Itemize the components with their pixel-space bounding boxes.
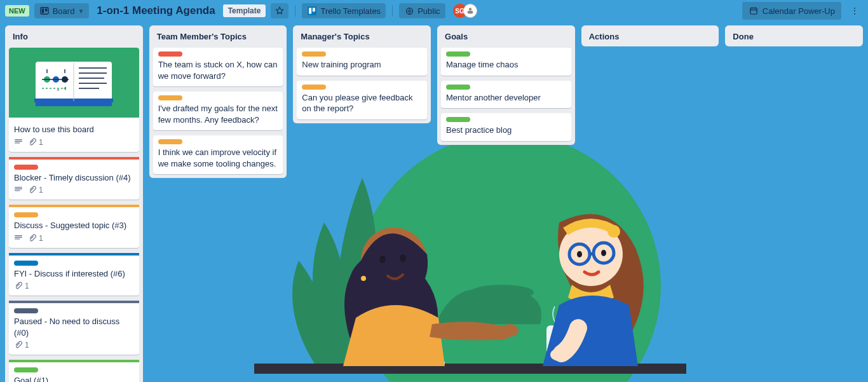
list-title[interactable]: Team Member's Topics bbox=[153, 31, 283, 43]
svg-rect-3 bbox=[308, 6, 316, 15]
card-label[interactable] bbox=[14, 212, 38, 217]
card[interactable]: I think we can improve velocity if we ma… bbox=[153, 135, 283, 174]
card[interactable]: New training program bbox=[297, 48, 427, 76]
card-title: Can you please give feedback on the repo… bbox=[302, 92, 422, 114]
card-top-stripe bbox=[9, 253, 139, 256]
card-badges: 1 bbox=[14, 138, 134, 147]
visibility-label: Public bbox=[417, 6, 440, 16]
card-top-stripe bbox=[9, 301, 139, 303]
card-cover: x bbox=[9, 48, 139, 118]
list-title[interactable]: Actions bbox=[585, 31, 715, 43]
card-label[interactable] bbox=[158, 139, 182, 144]
card[interactable]: Discuss - Suggested topic (#3)1 bbox=[9, 205, 139, 248]
attachment-badge: 1 bbox=[14, 341, 29, 350]
card-badges: 1 bbox=[14, 341, 134, 350]
card-title: Best practice blog bbox=[446, 125, 566, 136]
card[interactable]: The team is stuck on X, how can we move … bbox=[153, 48, 283, 86]
card-title: I've drafted my goals for the next few m… bbox=[158, 103, 278, 125]
card[interactable]: Goal (#1)1 bbox=[9, 360, 139, 382]
card-label[interactable] bbox=[446, 51, 470, 57]
star-icon bbox=[275, 6, 285, 16]
card[interactable]: Can you please give feedback on the repo… bbox=[297, 81, 427, 119]
card-label[interactable] bbox=[158, 95, 182, 100]
card[interactable]: Manage time chaos bbox=[441, 48, 571, 76]
card-title: Discuss - Suggested topic (#3) bbox=[14, 220, 134, 231]
card-title: Goal (#1) bbox=[14, 375, 134, 382]
avatar-bot[interactable] bbox=[463, 4, 477, 18]
chevron-down-icon: ▼ bbox=[78, 8, 84, 15]
card-title: Mentor another developer bbox=[446, 92, 566, 104]
list-title[interactable]: Manager's Topics bbox=[297, 31, 427, 43]
trello-templates-link[interactable]: Trello Templates bbox=[302, 3, 386, 18]
attachment-badge: 1 bbox=[28, 138, 43, 147]
svg-rect-5 bbox=[313, 8, 315, 11]
svg-rect-2 bbox=[45, 9, 48, 11]
board-icon bbox=[39, 6, 50, 16]
card-top-stripe bbox=[9, 157, 139, 160]
card[interactable]: Mentor another developer bbox=[441, 81, 571, 109]
card-badges: 1 bbox=[14, 186, 134, 194]
list[interactable]: Manager's TopicsNew training programCan … bbox=[293, 25, 431, 123]
card-title: FYI - Discuss if interested (#6) bbox=[14, 268, 134, 280]
card[interactable]: FYI - Discuss if interested (#6)1 bbox=[9, 253, 139, 296]
description-icon bbox=[14, 186, 23, 194]
template-badge[interactable]: Template bbox=[223, 4, 266, 17]
card-title: The team is stuck on X, how can we move … bbox=[158, 59, 278, 81]
divider bbox=[392, 5, 393, 17]
card[interactable]: xHow to use this board1 bbox=[9, 48, 139, 152]
card[interactable]: Blocker - Timely discussion (#4)1 bbox=[9, 157, 139, 200]
list-title[interactable]: Done bbox=[729, 31, 859, 43]
card-label[interactable] bbox=[446, 117, 470, 122]
calendar-label: Calendar Power-Up bbox=[763, 6, 835, 16]
svg-rect-4 bbox=[309, 8, 312, 14]
card-title: I think we can improve velocity if we ma… bbox=[158, 147, 278, 169]
list[interactable]: Actions bbox=[581, 25, 719, 46]
card-badges: 1 bbox=[14, 282, 134, 290]
list-title[interactable]: Info bbox=[9, 31, 139, 43]
board-view-switcher[interactable]: Board ▼ bbox=[34, 3, 90, 18]
board-canvas: InfoxHow to use this board1Blocker - Tim… bbox=[0, 22, 868, 382]
list[interactable]: GoalsManage time chaosMentor another dev… bbox=[437, 25, 575, 145]
svg-rect-8 bbox=[467, 11, 473, 13]
card-label[interactable] bbox=[14, 308, 38, 313]
member-avatars[interactable]: SG bbox=[453, 4, 477, 18]
new-badge: NEW bbox=[5, 5, 29, 17]
svg-point-7 bbox=[468, 8, 471, 10]
svg-text:x: x bbox=[57, 88, 59, 92]
card-title: How to use this board bbox=[14, 124, 134, 135]
trello-templates-label: Trello Templates bbox=[320, 6, 381, 16]
divider bbox=[295, 5, 295, 17]
list[interactable]: Team Member's TopicsThe team is stuck on… bbox=[149, 25, 287, 178]
description-icon bbox=[14, 234, 23, 243]
calendar-icon bbox=[749, 6, 759, 16]
calendar-powerup-button[interactable]: Calendar Power-Up bbox=[742, 2, 841, 20]
list-title[interactable]: Goals bbox=[441, 31, 571, 43]
card[interactable]: Paused - No need to discuss (#0)1 bbox=[9, 301, 139, 355]
attachment-badge: 1 bbox=[28, 186, 43, 194]
card-top-stripe bbox=[9, 205, 139, 207]
card-title: New training program bbox=[302, 59, 422, 71]
board-title[interactable]: 1-on-1 Meeting Agenda bbox=[94, 4, 217, 17]
card[interactable]: Best practice blog bbox=[441, 113, 571, 141]
card-top-stripe bbox=[9, 360, 139, 362]
card[interactable]: I've drafted my goals for the next few m… bbox=[153, 92, 283, 130]
card-label[interactable] bbox=[446, 85, 470, 90]
list[interactable]: InfoxHow to use this board1Blocker - Tim… bbox=[5, 25, 143, 382]
card-label[interactable] bbox=[14, 261, 38, 266]
globe-icon bbox=[404, 6, 414, 16]
list[interactable]: Done bbox=[725, 25, 863, 46]
card-label[interactable] bbox=[158, 51, 182, 57]
card-label[interactable] bbox=[14, 165, 38, 170]
card-label[interactable] bbox=[14, 367, 38, 372]
card-label[interactable] bbox=[302, 51, 326, 57]
card-title: Blocker - Timely discussion (#4) bbox=[14, 172, 134, 184]
card-label[interactable] bbox=[302, 85, 326, 90]
attachment-badge: 1 bbox=[14, 282, 29, 290]
card-badges: 1 bbox=[14, 234, 134, 243]
description-icon bbox=[14, 138, 23, 147]
board-header: NEW Board ▼ 1-on-1 Meeting Agenda Templa… bbox=[0, 0, 868, 22]
more-menu-icon[interactable]: ⋮ bbox=[846, 3, 863, 18]
visibility-button[interactable]: Public bbox=[399, 3, 445, 18]
star-button[interactable] bbox=[271, 3, 288, 18]
svg-rect-1 bbox=[41, 9, 44, 13]
